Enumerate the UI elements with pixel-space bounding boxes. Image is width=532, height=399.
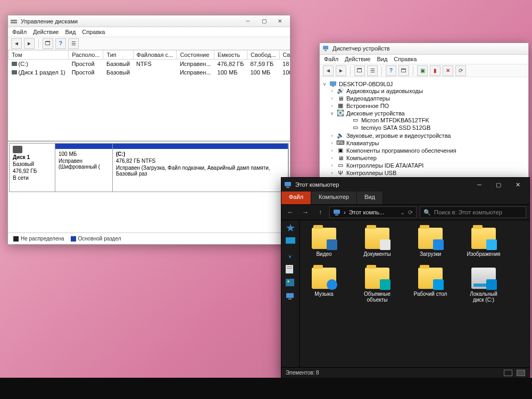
dm-partition-efi[interactable]: 100 МБ Исправен (Шифрованный ( <box>55 144 113 192</box>
svg-rect-18 <box>288 298 292 300</box>
ex-navbar: ← → ↑ › Этот компь... ⌄ ⟳ 🔍 Поиск в: Это… <box>281 204 529 220</box>
tree-item[interactable]: Клавиатуры <box>346 140 379 146</box>
disable-icon[interactable]: ✕ <box>443 65 453 76</box>
dm-close-button[interactable]: ✕ <box>272 16 288 27</box>
ex-search-input[interactable]: 🔍 Поиск в: Этот компьютер <box>420 206 526 218</box>
svg-rect-0 <box>11 20 17 21</box>
ex-tab-view[interactable]: Вид <box>357 192 383 204</box>
ide-icon: ▭ <box>337 162 344 169</box>
pc-icon: 🖥 <box>337 155 344 161</box>
desktop-icon[interactable] <box>286 237 295 246</box>
tree-item[interactable]: Встроенное ПО <box>346 103 389 109</box>
devmgr-menu-view[interactable]: Вид <box>377 56 387 62</box>
downloads-icon[interactable] <box>286 251 295 260</box>
forward-icon[interactable]: ► <box>24 38 35 49</box>
tree-item[interactable]: Аудиовходы и аудиовыходы <box>346 88 423 94</box>
dm-menu-help[interactable]: Справка <box>82 29 105 35</box>
tree-item[interactable]: Компоненты программного обеспечения <box>346 147 456 154</box>
forward-icon[interactable]: ► <box>336 65 346 76</box>
disk-icon <box>13 146 22 153</box>
dm-partition-c[interactable]: (C:) 476,82 ГБ NTFS Исправен (Загрузка, … <box>113 144 288 192</box>
dm-maximize-button[interactable]: ▢ <box>256 16 272 27</box>
folder-videos[interactable]: Видео <box>305 228 343 257</box>
view-icon[interactable]: 🗖 <box>354 65 365 76</box>
pictures-icon[interactable] <box>286 279 295 287</box>
breadcrumb[interactable]: Этот компь... <box>349 209 384 215</box>
monitor-bezel <box>0 378 532 399</box>
ex-address-bar[interactable]: › Этот компь... ⌄ ⟳ <box>329 206 417 218</box>
ex-maximize-button[interactable]: ▢ <box>489 178 508 192</box>
ex-close-button[interactable]: ✕ <box>508 178 527 192</box>
devmgr-titlebar[interactable]: Диспетчер устройств <box>320 43 528 55</box>
uninstall-icon[interactable]: ▮ <box>430 65 440 76</box>
tree-item[interactable]: Звуковые, игровые и видеоустройства <box>346 132 451 139</box>
tree-item[interactable]: Дисковые устройства <box>346 110 405 117</box>
scan-icon[interactable]: 🗔 <box>398 65 409 76</box>
props-icon[interactable]: ☰ <box>68 38 79 49</box>
devmgr-toolbar: ◄ ► 🗖 ☰ ? 🗔 ▣ ▮ ✕ ⟳ <box>320 64 528 77</box>
dropdown-icon[interactable]: ⌄ <box>400 209 405 216</box>
svg-rect-13 <box>287 267 292 267</box>
icons-view-icon[interactable] <box>517 370 525 376</box>
svg-rect-5 <box>332 86 334 87</box>
help-icon[interactable]: ? <box>55 38 66 49</box>
svg-rect-15 <box>286 279 294 286</box>
ex-titlebar[interactable]: Этот компьютер ─ ▢ ✕ <box>281 178 529 192</box>
devmgr-root[interactable]: DESKTOP-0BD9L0J <box>339 81 393 87</box>
refresh-icon[interactable]: ⟳ <box>455 65 466 76</box>
tree-icon[interactable]: ☰ <box>367 65 378 76</box>
tree-item[interactable]: tecmiyo SATA SSD 512GB <box>361 124 430 131</box>
dm-disk-1[interactable]: Диск 1 Базовый 476,92 ГБ В сети 100 МБ И… <box>9 143 289 192</box>
folder-music[interactable]: Музыка <box>305 268 343 303</box>
device-manager-window: Диспетчер устройств Файл Действие Вид Сп… <box>319 43 529 186</box>
devmgr-menu-action[interactable]: Действие <box>345 56 370 62</box>
keyboard-icon: ⌨ <box>337 140 344 146</box>
dm-menu-file[interactable]: Файл <box>12 29 27 35</box>
help-icon[interactable]: ? <box>386 65 396 76</box>
dm-menu-view[interactable]: Вид <box>65 29 76 35</box>
ex-tab-file[interactable]: Файл <box>281 192 311 204</box>
folder-pictures[interactable]: Изображения <box>464 228 503 257</box>
back-icon[interactable]: ← <box>285 206 296 218</box>
documents-icon[interactable] <box>286 265 295 273</box>
devmgr-menu-help[interactable]: Справка <box>394 56 417 62</box>
disk-icon: 💽 <box>337 110 344 117</box>
ex-item-count: Элементов: 8 <box>286 370 319 376</box>
ex-quick-access[interactable] <box>281 220 300 367</box>
tree-item[interactable]: Контроллеры IDE ATA/ATAPI <box>346 162 423 169</box>
quick-access-icon[interactable] <box>286 223 295 232</box>
devmgr-tree[interactable]: v DESKTOP-0BD9L0J ›🔊Аудиовходы и аудиовы… <box>320 77 528 186</box>
tree-item[interactable]: Видеоадаптеры <box>346 95 390 102</box>
tree-item[interactable]: Контроллеры USB <box>346 170 396 176</box>
folder-3d-objects[interactable]: Объемные объекты <box>358 268 396 303</box>
folder-desktop[interactable]: Рабочий стол <box>411 268 450 303</box>
dm-titlebar[interactable]: Управление дисками ─ ▢ ✕ <box>8 15 290 27</box>
ex-minimize-button[interactable]: ─ <box>470 178 489 192</box>
tree-item[interactable]: Компьютер <box>346 155 377 161</box>
details-view-icon[interactable] <box>504 370 512 376</box>
dm-row[interactable]: (C:) Простой Базовый NTFS Исправен... 47… <box>9 60 290 69</box>
forward-icon[interactable]: → <box>300 206 311 218</box>
dm-volume-list[interactable]: Том Располо... Тип Файловая с... Состоян… <box>8 50 290 140</box>
dm-header-row[interactable]: Том Располо... Тип Файловая с... Состоян… <box>9 51 290 60</box>
dm-row[interactable]: (Диск 1 раздел 1) Простой Базовый Исправ… <box>9 68 290 77</box>
back-icon[interactable]: ◄ <box>11 38 22 49</box>
ex-tab-computer[interactable]: Компьютер <box>311 192 357 204</box>
up-icon[interactable]: ↑ <box>314 206 326 218</box>
refresh-icon[interactable]: ⟳ <box>408 209 413 216</box>
dm-menu-action[interactable]: Действие <box>33 29 59 35</box>
ex-item-grid[interactable]: Видео Документы Загрузки Изображения Муз… <box>300 220 529 367</box>
back-icon[interactable]: ◄ <box>323 65 334 76</box>
dm-minimize-button[interactable]: ─ <box>240 16 256 27</box>
pc-icon[interactable] <box>286 293 295 301</box>
devmgr-app-icon <box>322 45 329 52</box>
svg-rect-4 <box>330 81 336 86</box>
update-driver-icon[interactable]: ▣ <box>417 65 428 76</box>
folder-documents[interactable]: Документы <box>358 228 396 257</box>
refresh-icon[interactable]: 🗖 <box>43 38 53 49</box>
tree-item[interactable]: Micron MTFDKBA512TFK <box>361 117 429 123</box>
dm-menubar: Файл Действие Вид Справка <box>8 27 290 37</box>
folder-downloads[interactable]: Загрузки <box>411 228 450 257</box>
local-disk-c[interactable]: Локальный диск (C:) <box>464 268 503 303</box>
devmgr-menu-file[interactable]: Файл <box>324 56 338 62</box>
